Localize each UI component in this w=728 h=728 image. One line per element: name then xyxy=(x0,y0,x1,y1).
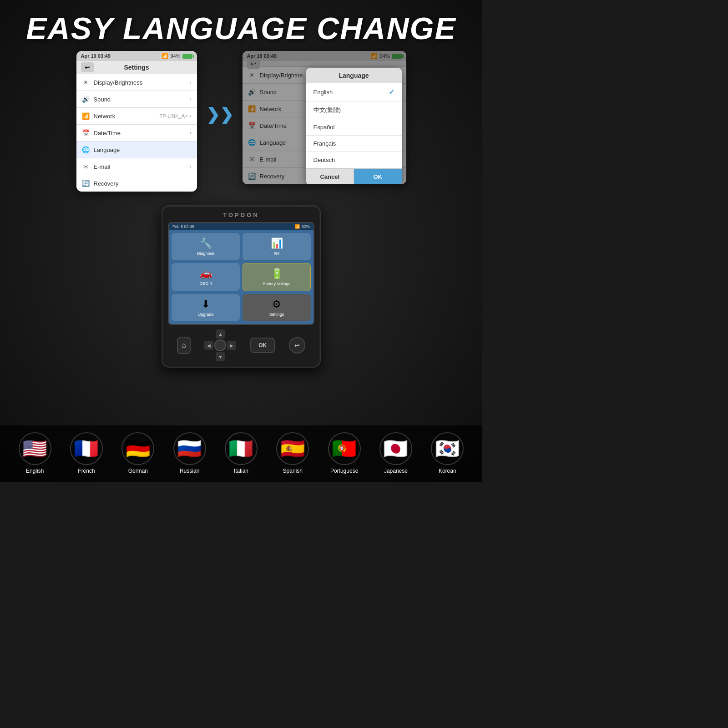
im-label: I/M xyxy=(274,251,280,256)
settings-app-label: Settings xyxy=(269,312,284,317)
settings-item-language[interactable]: 🌐 Language xyxy=(76,142,197,158)
flag-portuguese: 🇵🇹 xyxy=(328,432,361,465)
lang-spanish-label: Español xyxy=(313,124,335,131)
upgrade-label: Upgrade xyxy=(198,312,214,317)
language-label: Language xyxy=(94,147,120,153)
screen-app-battery[interactable]: 🔋 Battery Voltage xyxy=(243,263,311,291)
device-controls: ⌂ ▲ ▼ ◀ ▶ OK ↩ xyxy=(168,329,314,361)
diagnose-label: Diagnose xyxy=(197,251,214,256)
email-icon: ✉ xyxy=(82,163,90,170)
screen-app-obdii[interactable]: 🚗 OBD II xyxy=(172,263,240,291)
datetime-label: Date/Time xyxy=(94,130,121,136)
lang-item-italian: 🇮🇹 Italian xyxy=(225,432,258,474)
lang-item-japanese: 🇯🇵 Japanese xyxy=(379,432,412,474)
device-screen: Feb 5 02:48 📶 92% 🔧 Diagnose 📊 I/M xyxy=(168,222,314,325)
languages-section: 🇺🇸 English 🇫🇷 French 🇩🇪 German 🇷🇺 Russia… xyxy=(0,425,482,482)
screen-app-im[interactable]: 📊 I/M xyxy=(243,233,311,260)
lang-option-english[interactable]: English ✓ xyxy=(306,83,402,101)
sound-icon: 🔊 xyxy=(82,96,90,103)
home-button[interactable]: ⌂ xyxy=(177,337,191,354)
device-body: TOPDON Feb 5 02:48 📶 92% 🔧 Diagnose 📊 xyxy=(162,205,321,368)
lang-german-label: Deutsch xyxy=(313,157,335,163)
network-value: TP-LINK_A> xyxy=(159,113,187,119)
im-icon: 📊 xyxy=(271,238,283,249)
settings-item-display[interactable]: ☀ Display/Brightness › xyxy=(76,74,197,91)
lang-item-korean: 🇰🇷 Korean xyxy=(431,432,464,474)
settings-item-network[interactable]: 📶 Network TP-LINK_A> › xyxy=(76,108,197,125)
arrow-between: ❯❯ xyxy=(206,105,233,124)
network-icon: 📶 xyxy=(82,112,90,120)
upgrade-icon: ⬇ xyxy=(202,298,210,310)
checkmark-english: ✓ xyxy=(389,88,394,96)
lang-name-russian: Russian xyxy=(180,468,199,474)
modal-buttons: Cancel OK xyxy=(306,168,402,184)
flag-russian: 🇷🇺 xyxy=(173,432,206,465)
dpad-center xyxy=(214,339,226,351)
screenshots-area: Apr 19 03:49 📶 94% ↩ Settings ☀ Display/… xyxy=(76,51,406,192)
lang-item-russian: 🇷🇺 Russian xyxy=(173,432,206,474)
screen-time: Feb 5 02:48 xyxy=(172,224,194,229)
status-time-1: Apr 19 03:49 xyxy=(81,53,111,59)
settings-item-datetime[interactable]: 📅 Date/Time › xyxy=(76,125,197,142)
back-button-1[interactable]: ↩ xyxy=(81,62,94,72)
flag-spanish: 🇪🇸 xyxy=(276,432,309,465)
lang-name-korean: Korean xyxy=(439,468,456,474)
lang-option-french[interactable]: Français xyxy=(306,136,402,152)
screen-grid: 🔧 Diagnose 📊 I/M 🚗 OBD II 🔋 Battery Volt… xyxy=(169,230,313,324)
language-modal: Language English ✓ 中文(繁體) Español xyxy=(306,68,402,184)
flag-italian: 🇮🇹 xyxy=(225,432,258,465)
chevron-network: › xyxy=(190,113,192,119)
dpad-down[interactable]: ▼ xyxy=(216,352,225,361)
modal-cancel-button[interactable]: Cancel xyxy=(306,169,354,184)
screen-status-bar: Feb 5 02:48 📶 92% xyxy=(169,223,313,230)
screen-battery: 92% xyxy=(302,224,310,229)
lang-item-english: 🇺🇸 English xyxy=(19,432,51,474)
settings-item-recovery[interactable]: 🔄 Recovery xyxy=(76,175,197,192)
email-label: E-mail xyxy=(94,163,111,170)
settings-item-sound[interactable]: 🔊 Sound › xyxy=(76,91,197,108)
lang-option-spanish[interactable]: Español xyxy=(306,119,402,136)
back-device-button[interactable]: ↩ xyxy=(289,337,305,354)
battery-app-icon: 🔋 xyxy=(271,268,283,280)
settings-panel-1: Apr 19 03:49 📶 94% ↩ Settings ☀ Display/… xyxy=(76,51,197,192)
obdii-icon: 🚗 xyxy=(200,268,212,279)
obdii-label: OBD II xyxy=(199,281,212,286)
lang-option-german[interactable]: Deutsch xyxy=(306,152,402,168)
settings-list-1: ☀ Display/Brightness › 🔊 Sound › 📶 Net xyxy=(76,74,197,192)
screen-icons: 📶 92% xyxy=(295,224,310,229)
settings-title-1: Settings xyxy=(124,64,149,71)
back-row-1: ↩ Settings xyxy=(76,61,197,74)
dpad-up[interactable]: ▲ xyxy=(216,329,225,339)
lang-english-label: English xyxy=(313,89,333,96)
battery-pct-1: 94% xyxy=(170,53,180,59)
ok-button[interactable]: OK xyxy=(250,338,275,353)
chevron-sound: › xyxy=(190,96,192,102)
screen-app-upgrade[interactable]: ⬇ Upgrade xyxy=(172,294,240,321)
language-modal-overlay: Language English ✓ 中文(繁體) Español xyxy=(243,51,406,184)
wifi-icon-1: 📶 xyxy=(162,53,168,59)
lang-name-portuguese: Portuguese xyxy=(330,468,358,474)
flag-korean: 🇰🇷 xyxy=(431,432,464,465)
lang-option-chinese[interactable]: 中文(繁體) xyxy=(306,101,402,119)
page-title: EASY LANGUAGE CHANGE xyxy=(26,0,456,44)
modal-ok-button[interactable]: OK xyxy=(354,169,402,184)
device-area: TOPDON Feb 5 02:48 📶 92% 🔧 Diagnose 📊 xyxy=(162,205,321,368)
lang-name-german: German xyxy=(128,468,148,474)
language-icon: 🌐 xyxy=(82,146,90,153)
status-icons-1: 📶 94% xyxy=(162,53,192,59)
dpad-left[interactable]: ◀ xyxy=(204,341,213,350)
chevron-display: › xyxy=(190,79,192,86)
dpad-right[interactable]: ▶ xyxy=(227,341,236,350)
flag-french: 🇫🇷 xyxy=(70,432,103,465)
lang-item-portuguese: 🇵🇹 Portuguese xyxy=(328,432,361,474)
screen-app-diagnose[interactable]: 🔧 Diagnose xyxy=(172,233,240,260)
recovery-label: Recovery xyxy=(94,180,119,187)
lang-item-french: 🇫🇷 French xyxy=(70,432,103,474)
screen-app-settings[interactable]: ⚙ Settings xyxy=(243,294,311,321)
language-options-list: English ✓ 中文(繁體) Español Français xyxy=(306,83,402,168)
lang-name-spanish: Spanish xyxy=(283,468,303,474)
lang-french-label: Français xyxy=(313,140,336,147)
settings-item-email[interactable]: ✉ E-mail › xyxy=(76,158,197,175)
status-bar-1: Apr 19 03:49 📶 94% xyxy=(76,51,197,61)
display-icon: ☀ xyxy=(82,79,90,86)
